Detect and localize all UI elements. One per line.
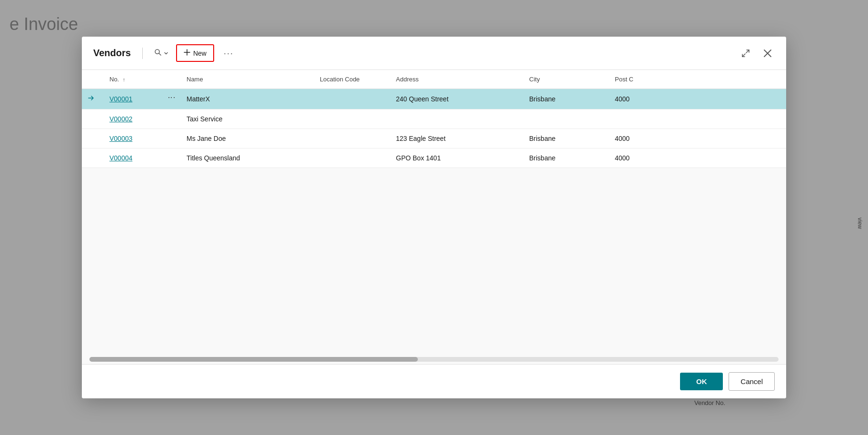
cell-address: 240 Queen Street (388, 89, 522, 109)
col-address: Address (388, 70, 522, 89)
new-button-highlight: New (176, 44, 214, 62)
cell-location-code (312, 89, 388, 109)
new-button[interactable]: New (179, 46, 211, 60)
cell-city (522, 109, 607, 129)
col-menu (164, 70, 179, 89)
vendors-modal: Vendors (82, 37, 786, 398)
close-button[interactable] (760, 46, 775, 60)
table-header: No. ↑ Name Location Code Address City Po… (82, 70, 786, 89)
vendor-link[interactable]: V00003 (109, 135, 132, 142)
row-context-menu[interactable] (164, 109, 179, 129)
horizontal-scrollbar[interactable] (82, 355, 786, 364)
cell-post-code: 4000 (607, 129, 786, 148)
col-name: Name (179, 70, 312, 89)
table-row[interactable]: V00003Ms Jane Doe123 Eagle StreetBrisban… (82, 129, 786, 148)
modal-title: Vendors (93, 48, 131, 59)
row-indicator (82, 148, 102, 168)
svg-line-4 (746, 50, 749, 53)
scrollbar-track (89, 357, 779, 362)
vendor-link[interactable]: V00002 (109, 115, 132, 123)
col-city: City (522, 70, 607, 89)
cell-no[interactable]: V00001 (102, 89, 164, 109)
search-dropdown-icon (164, 49, 168, 57)
row-context-menu[interactable]: ⋮ (164, 89, 179, 109)
search-button[interactable] (152, 47, 170, 59)
cell-city: Brisbane (522, 129, 607, 148)
cell-address: 123 Eagle Street (388, 129, 522, 148)
svg-line-5 (742, 54, 745, 57)
col-location-code: Location Code (312, 70, 388, 89)
cell-name: Ms Jane Doe (179, 129, 312, 148)
ok-button[interactable]: OK (680, 373, 723, 390)
col-post-code: Post C (607, 70, 786, 89)
cell-location-code (312, 129, 388, 148)
sort-arrow-no: ↑ (123, 77, 126, 82)
table-container[interactable]: No. ↑ Name Location Code Address City Po… (82, 70, 786, 355)
more-options-button[interactable]: ··· (220, 46, 237, 60)
cell-city: Brisbane (522, 89, 607, 109)
cell-name: MatterX (179, 89, 312, 109)
modal-overlay: Vendors (0, 0, 868, 435)
cell-city: Brisbane (522, 148, 607, 168)
col-indicator (82, 70, 102, 89)
cell-post-code: 4000 (607, 89, 786, 109)
row-indicator (82, 109, 102, 129)
table-body: V00001⋮MatterX240 Queen StreetBrisbane40… (82, 89, 786, 168)
scrollbar-thumb[interactable] (89, 357, 418, 362)
modal-header-right (739, 46, 775, 60)
cell-name: Taxi Service (179, 109, 312, 129)
expand-button[interactable] (739, 46, 753, 60)
row-indicator (82, 129, 102, 148)
cell-address: GPO Box 1401 (388, 148, 522, 168)
cell-no[interactable]: V00004 (102, 148, 164, 168)
cell-no[interactable]: V00003 (102, 129, 164, 148)
cell-address (388, 109, 522, 129)
table-row[interactable]: V00001⋮MatterX240 Queen StreetBrisbane40… (82, 89, 786, 109)
vendor-link[interactable]: V00001 (109, 95, 132, 103)
row-context-menu[interactable] (164, 129, 179, 148)
modal-footer: OK Cancel (82, 364, 786, 398)
modal-body: No. ↑ Name Location Code Address City Po… (82, 70, 786, 364)
modal-header: Vendors (82, 37, 786, 70)
cell-post-code (607, 109, 786, 129)
cell-location-code (312, 148, 388, 168)
new-button-label: New (193, 49, 207, 57)
search-icon (154, 49, 162, 58)
row-context-menu[interactable] (164, 148, 179, 168)
plus-icon (184, 49, 190, 57)
cancel-button[interactable]: Cancel (729, 372, 775, 391)
header-divider (142, 48, 143, 59)
table-row[interactable]: V00004Titles QueenslandGPO Box 1401Brisb… (82, 148, 786, 168)
row-indicator (82, 89, 102, 109)
vendors-table: No. ↑ Name Location Code Address City Po… (82, 70, 786, 168)
cell-post-code: 4000 (607, 148, 786, 168)
cell-location-code (312, 109, 388, 129)
row-menu-icon: ⋮ (168, 94, 175, 102)
svg-line-1 (159, 53, 161, 55)
cell-no[interactable]: V00002 (102, 109, 164, 129)
table-row[interactable]: V00002Taxi Service (82, 109, 786, 129)
col-no[interactable]: No. ↑ (102, 70, 164, 89)
vendor-link[interactable]: V00004 (109, 154, 132, 162)
cell-name: Titles Queensland (179, 148, 312, 168)
